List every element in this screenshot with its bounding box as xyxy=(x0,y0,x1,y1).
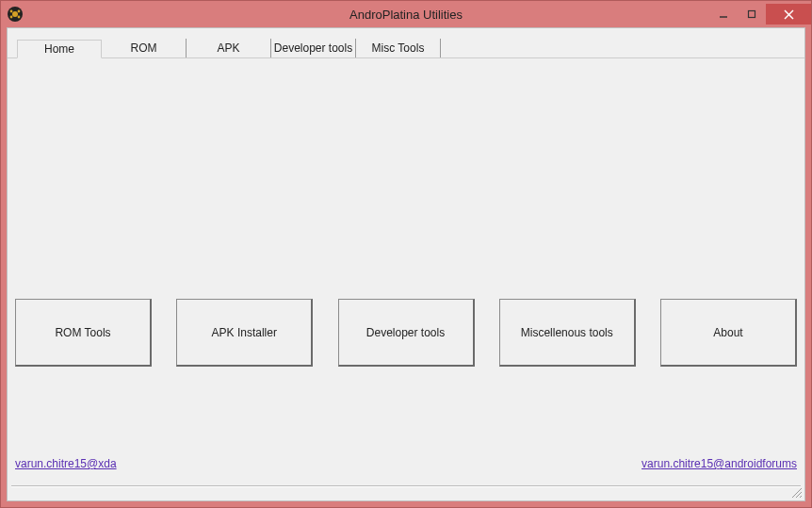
svg-point-1 xyxy=(12,11,18,17)
client-area: Home ROM APK Developer tools Misc Tools … xyxy=(7,27,805,501)
xda-link[interactable]: varun.chitre15@xda xyxy=(15,457,117,470)
developer-tools-button[interactable]: Developer tools xyxy=(338,299,475,367)
button-row: ROM Tools APK Installer Developer tools … xyxy=(15,299,797,367)
tab-misc-tools[interactable]: Misc Tools xyxy=(356,39,441,57)
tab-rom[interactable]: ROM xyxy=(102,39,187,57)
window-title: AndroPlatina Utilities xyxy=(349,8,463,22)
apk-installer-button[interactable]: APK Installer xyxy=(176,299,313,367)
button-label: Developer tools xyxy=(366,326,445,339)
tab-label: Developer tools xyxy=(274,41,352,55)
svg-rect-7 xyxy=(749,11,755,18)
button-label: ROM Tools xyxy=(55,326,110,339)
tab-developer-tools[interactable]: Developer tools xyxy=(271,39,356,57)
tab-label: ROM xyxy=(131,41,157,55)
svg-point-4 xyxy=(10,16,13,19)
androidforums-link[interactable]: varun.chitre15@androidforums xyxy=(641,457,797,470)
svg-point-2 xyxy=(10,10,13,13)
tab-label: Misc Tools xyxy=(372,41,425,55)
tab-home[interactable]: Home xyxy=(17,40,102,58)
tab-label: Home xyxy=(44,42,74,56)
tab-content-home: ROM Tools APK Installer Developer tools … xyxy=(8,58,804,500)
svg-point-3 xyxy=(18,10,21,13)
tab-apk[interactable]: APK xyxy=(187,39,271,57)
footer-links: varun.chitre15@xda varun.chitre15@androi… xyxy=(15,457,797,470)
button-label: About xyxy=(713,326,742,339)
maximize-button[interactable] xyxy=(738,4,766,25)
window-controls xyxy=(709,4,811,25)
tabstrip: Home ROM APK Developer tools Misc Tools xyxy=(8,28,804,58)
svg-point-5 xyxy=(18,16,21,19)
resize-grip-icon[interactable] xyxy=(789,485,803,499)
svg-line-12 xyxy=(800,496,802,498)
close-button[interactable] xyxy=(766,4,811,25)
misc-tools-button[interactable]: Miscellenous tools xyxy=(499,299,636,367)
titlebar[interactable]: AndroPlatina Utilities xyxy=(1,1,811,27)
tab-label: APK xyxy=(217,41,239,55)
about-button[interactable]: About xyxy=(660,299,797,367)
window-frame: AndroPlatina Utilities Home ROM APK Deve… xyxy=(0,0,812,508)
button-label: APK Installer xyxy=(212,326,277,339)
button-label: Miscellenous tools xyxy=(521,326,613,339)
divider xyxy=(11,485,801,487)
minimize-button[interactable] xyxy=(709,4,738,25)
rom-tools-button[interactable]: ROM Tools xyxy=(15,299,152,367)
app-icon xyxy=(7,6,24,23)
